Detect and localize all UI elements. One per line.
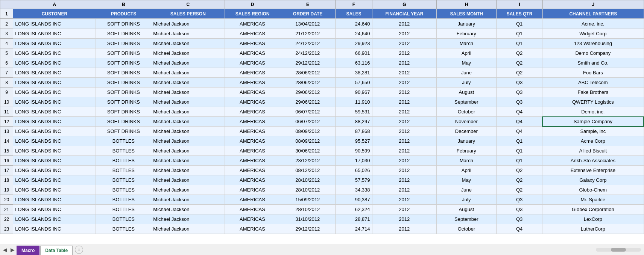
row-num[interactable]: 2 bbox=[0, 19, 13, 29]
row-num[interactable]: 23 bbox=[0, 224, 13, 234]
cell-month[interactable]: March bbox=[436, 39, 496, 48]
cell-salesperson[interactable]: Michael Jackson bbox=[151, 117, 225, 127]
cell-finyear[interactable]: 2012 bbox=[372, 175, 436, 185]
cell-month[interactable]: January bbox=[436, 136, 496, 146]
cell-qtr[interactable]: Q3 bbox=[496, 214, 542, 224]
cell-products[interactable]: BOTTLES bbox=[96, 156, 151, 166]
row-num[interactable]: 9 bbox=[0, 88, 13, 97]
cell-finyear[interactable]: 2012 bbox=[372, 205, 436, 214]
table-row[interactable]: 4LONG ISLANDS INCSOFT DRINKSMichael Jack… bbox=[0, 39, 644, 48]
cell-sales[interactable]: 63,116 bbox=[335, 58, 372, 68]
cell-finyear[interactable]: 2012 bbox=[372, 185, 436, 195]
header-customer[interactable]: CUSTOMER bbox=[13, 9, 96, 19]
header-orderdate[interactable]: ORDER DATE bbox=[280, 9, 336, 19]
cell-sales[interactable]: 34,338 bbox=[335, 185, 372, 195]
cell-month[interactable]: February bbox=[436, 29, 496, 39]
col-letter-h[interactable]: H bbox=[437, 0, 497, 9]
cell-region[interactable]: AMERICAS bbox=[225, 48, 280, 58]
cell-channel[interactable]: Widget Corp bbox=[542, 29, 644, 39]
cell-region[interactable]: AMERICAS bbox=[225, 39, 280, 48]
cell-month[interactable]: August bbox=[436, 205, 496, 214]
cell-orderdate[interactable]: 28/10/2012 bbox=[280, 185, 335, 195]
cell-sales[interactable]: 90,599 bbox=[335, 146, 372, 156]
cell-month[interactable]: March bbox=[436, 156, 496, 166]
cell-finyear[interactable]: 2012 bbox=[372, 117, 436, 127]
col-letter-d[interactable]: D bbox=[225, 0, 280, 9]
cell-region[interactable]: AMERICAS bbox=[225, 175, 280, 185]
cell-month[interactable]: February bbox=[436, 146, 496, 156]
cell-orderdate[interactable]: 06/07/2012 bbox=[280, 117, 335, 127]
table-row[interactable]: 18LONG ISLANDS INCBOTTLESMichael Jackson… bbox=[0, 175, 644, 185]
cell-channel[interactable]: Acme Corp bbox=[542, 136, 644, 146]
table-row[interactable]: 22LONG ISLANDS INCBOTTLESMichael Jackson… bbox=[0, 214, 644, 224]
cell-qtr[interactable]: Q1 bbox=[496, 29, 542, 39]
col-letter-j[interactable]: J bbox=[542, 0, 644, 9]
cell-orderdate[interactable]: 21/12/2012 bbox=[280, 29, 335, 39]
cell-channel[interactable]: Sample, inc bbox=[542, 127, 644, 136]
cell-channel[interactable]: Demo Company bbox=[542, 48, 644, 58]
cell-month[interactable]: April bbox=[436, 48, 496, 58]
cell-finyear[interactable]: 2012 bbox=[372, 19, 436, 29]
cell-channel[interactable]: LutherCorp bbox=[542, 224, 644, 234]
cell-products[interactable]: SOFT DRINKS bbox=[96, 107, 151, 117]
row-num[interactable]: 17 bbox=[0, 166, 13, 175]
col-letter-b[interactable]: B bbox=[96, 0, 151, 9]
table-row[interactable]: 8LONG ISLANDS INCSOFT DRINKSMichael Jack… bbox=[0, 78, 644, 88]
cell-customer[interactable]: LONG ISLANDS INC bbox=[13, 88, 96, 97]
cell-finyear[interactable]: 2012 bbox=[372, 78, 436, 88]
cell-finyear[interactable]: 2012 bbox=[372, 195, 436, 205]
row-num[interactable]: 16 bbox=[0, 156, 13, 166]
cell-products[interactable]: SOFT DRINKS bbox=[96, 29, 151, 39]
table-row[interactable]: 14LONG ISLANDS INCBOTTLESMichael Jackson… bbox=[0, 136, 644, 146]
row-num[interactable]: 7 bbox=[0, 68, 13, 78]
cell-products[interactable]: BOTTLES bbox=[96, 175, 151, 185]
cell-qtr[interactable]: Q4 bbox=[496, 224, 542, 234]
cell-finyear[interactable]: 2012 bbox=[372, 58, 436, 68]
cell-finyear[interactable]: 2012 bbox=[372, 29, 436, 39]
table-row[interactable]: 23LONG ISLANDS INCBOTTLESMichael Jackson… bbox=[0, 224, 644, 234]
cell-finyear[interactable]: 2012 bbox=[372, 48, 436, 58]
cell-products[interactable]: SOFT DRINKS bbox=[96, 127, 151, 136]
tab-macro[interactable]: Macro bbox=[17, 246, 39, 255]
cell-customer[interactable]: LONG ISLANDS INC bbox=[13, 185, 96, 195]
cell-customer[interactable]: LONG ISLANDS INC bbox=[13, 48, 96, 58]
cell-products[interactable]: SOFT DRINKS bbox=[96, 78, 151, 88]
cell-region[interactable]: AMERICAS bbox=[225, 185, 280, 195]
cell-salesperson[interactable]: Michael Jackson bbox=[151, 127, 225, 136]
cell-products[interactable]: BOTTLES bbox=[96, 185, 151, 195]
cell-region[interactable]: AMERICAS bbox=[225, 29, 280, 39]
cell-channel[interactable]: Globex Corporation bbox=[542, 205, 644, 214]
table-row[interactable]: 16LONG ISLANDS INCBOTTLESMichael Jackson… bbox=[0, 156, 644, 166]
cell-finyear[interactable]: 2012 bbox=[372, 127, 436, 136]
col-letter-c[interactable]: C bbox=[151, 0, 225, 9]
cell-sales[interactable]: 38,281 bbox=[335, 68, 372, 78]
cell-qtr[interactable]: Q2 bbox=[496, 166, 542, 175]
cell-sales[interactable]: 66,901 bbox=[335, 48, 372, 58]
cell-customer[interactable]: LONG ISLANDS INC bbox=[13, 146, 96, 156]
cell-region[interactable]: AMERICAS bbox=[225, 195, 280, 205]
table-row[interactable]: 11LONG ISLANDS INCSOFT DRINKSMichael Jac… bbox=[0, 107, 644, 117]
cell-orderdate[interactable]: 08/09/2012 bbox=[280, 127, 335, 136]
cell-products[interactable]: SOFT DRINKS bbox=[96, 88, 151, 97]
cell-month[interactable]: November bbox=[436, 117, 496, 127]
header-region[interactable]: SALES REGION bbox=[225, 9, 280, 19]
col-letter-g[interactable]: G bbox=[372, 0, 436, 9]
cell-month[interactable]: July bbox=[436, 195, 496, 205]
cell-qtr[interactable]: Q3 bbox=[496, 88, 542, 97]
cell-customer[interactable]: LONG ISLANDS INC bbox=[13, 68, 96, 78]
cell-products[interactable]: SOFT DRINKS bbox=[96, 48, 151, 58]
cell-month[interactable]: May bbox=[436, 175, 496, 185]
header-finyear[interactable]: FINANCIAL YEAR bbox=[372, 9, 436, 19]
cell-channel[interactable]: Ankh-Sto Associates bbox=[542, 156, 644, 166]
cell-orderdate[interactable]: 13/04/2012 bbox=[280, 19, 335, 29]
table-row[interactable]: 9LONG ISLANDS INCSOFT DRINKSMichael Jack… bbox=[0, 88, 644, 97]
table-row[interactable]: 5LONG ISLANDS INCSOFT DRINKSMichael Jack… bbox=[0, 48, 644, 58]
cell-customer[interactable]: LONG ISLANDS INC bbox=[13, 175, 96, 185]
cell-orderdate[interactable]: 31/10/2012 bbox=[280, 214, 335, 224]
cell-salesperson[interactable]: Michael Jackson bbox=[151, 107, 225, 117]
cell-qtr[interactable]: Q3 bbox=[496, 195, 542, 205]
cell-products[interactable]: SOFT DRINKS bbox=[96, 19, 151, 29]
cell-finyear[interactable]: 2012 bbox=[372, 224, 436, 234]
cell-salesperson[interactable]: Michael Jackson bbox=[151, 214, 225, 224]
cell-region[interactable]: AMERICAS bbox=[225, 68, 280, 78]
